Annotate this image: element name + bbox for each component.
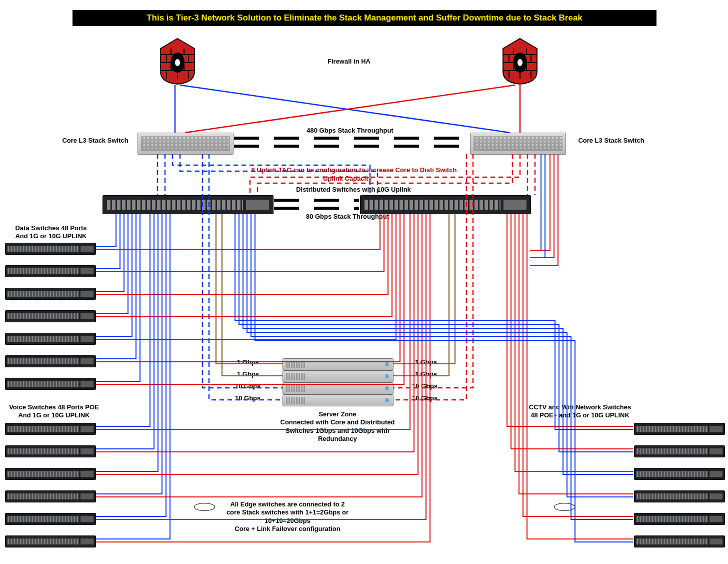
svg-point-14	[175, 59, 180, 66]
page-title: This is Tier-3 Network Solution to Elimi…	[72, 10, 656, 26]
server-zone-label: Server Zone Connected with Core and Dist…	[272, 410, 402, 443]
link-layer-core-stack	[0, 0, 728, 564]
voice-switch	[5, 490, 96, 502]
data-switch	[5, 333, 96, 345]
voice-switches-label: Voice Switches 48 Ports POE And 1G or 10…	[4, 403, 104, 420]
link-layer-dist-stack	[0, 0, 728, 564]
srv-10g-l1: 10 Gbps	[235, 382, 260, 390]
srv-10g-r2: 10 Gbps	[412, 394, 438, 402]
firewall-right-icon	[500, 38, 540, 85]
server-2	[282, 370, 394, 382]
edge-note: All Edge switches are connected to 2 cor…	[215, 500, 360, 533]
cctv-switches-label: CCTV and Wifi Network Switches 48 POE+ a…	[520, 403, 640, 420]
srv-10g-l2: 10 Gbps	[235, 394, 260, 402]
data-switches-label: Data Switches 48 Ports And 1G or 10G UPL…	[6, 224, 96, 241]
data-switch	[5, 378, 96, 390]
cctv-switch	[634, 468, 725, 480]
srv-1g-l2: 1 Gbps	[237, 370, 259, 378]
bundle-left-icon	[194, 503, 215, 511]
bundle-right-icon	[554, 503, 575, 511]
voice-switch	[5, 423, 96, 435]
dist-switch-title: Distributed Switches with 10G Uplink	[291, 186, 416, 194]
svg-point-29	[518, 59, 522, 66]
svg-line-37	[185, 85, 515, 133]
cctv-switch	[634, 445, 725, 457]
firewall-ha-label: Firewall in HA	[309, 58, 389, 66]
cctv-switch	[634, 490, 725, 502]
srv-10g-r1: 10 Gbps	[412, 382, 438, 390]
cctv-switch	[634, 535, 725, 547]
dist-stack-throughput-label: 80 Gbps Stack Throughput	[290, 213, 405, 221]
dist-switch-right	[360, 195, 531, 214]
data-switch	[5, 243, 96, 255]
uplink-tag-line1: 8 Uplink TAG can be configuration to inc…	[234, 166, 474, 174]
voice-switch	[5, 468, 96, 480]
server-1	[282, 358, 394, 370]
data-switch	[5, 355, 96, 367]
srv-1g-r1: 1 Gbps	[415, 358, 437, 366]
voice-switch	[5, 445, 96, 457]
core-right-label: Core L3 Stack Switch	[570, 137, 652, 145]
core-stack-throughput-label: 480 Gbps Stack Throughput	[288, 127, 412, 135]
voice-switch	[5, 535, 96, 547]
srv-1g-l1: 1 Gbps	[237, 358, 259, 366]
core-switch-right	[470, 133, 566, 155]
server-4	[282, 394, 394, 406]
data-switch	[5, 288, 96, 300]
svg-line-35	[180, 85, 510, 133]
srv-1g-r2: 1 Gbps	[415, 370, 437, 378]
core-left-label: Core L3 Stack Switch	[54, 137, 136, 145]
cctv-switch	[634, 513, 725, 525]
uplink-tag-line2: Uplink Capacity	[305, 175, 390, 183]
server-3	[282, 382, 394, 394]
data-switch	[5, 310, 96, 322]
cctv-switch	[634, 423, 725, 435]
firewall-left-icon	[158, 38, 198, 85]
data-switch	[5, 265, 96, 277]
link-layer	[0, 0, 728, 564]
core-switch-left	[138, 133, 234, 155]
voice-switch	[5, 513, 96, 525]
dist-switch-left	[102, 195, 274, 214]
